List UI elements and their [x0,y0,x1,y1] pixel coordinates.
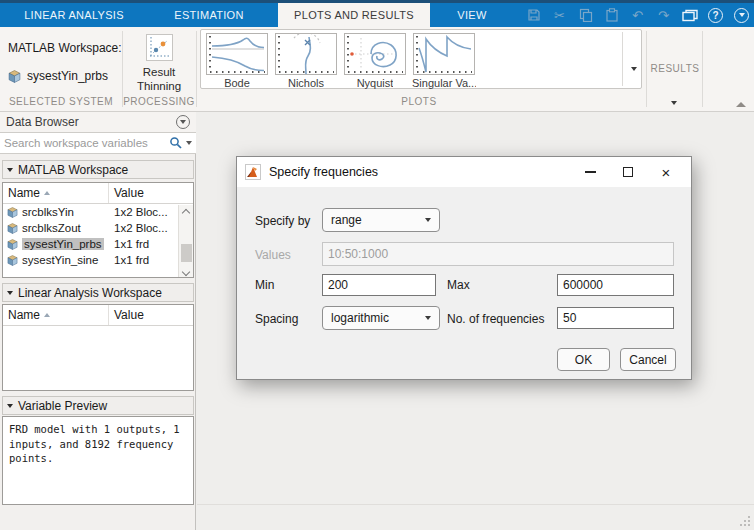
help-icon[interactable]: ? [707,7,724,24]
matlab-workspace-table: Name Value srcblksYin 1x2 Bloc... srcblk… [2,182,194,278]
column-header-value[interactable]: Value [109,186,144,200]
undo-icon[interactable]: ↶ [629,7,646,24]
linear-analysis-tool-window: LINEAR ANALYSIS ESTIMATION PLOTS AND RES… [0,0,754,530]
plot-item-nichols[interactable]: Nichols [273,33,339,89]
ok-button[interactable]: OK [557,348,610,371]
scroll-down-icon[interactable] [182,268,190,276]
variable-cube-icon [7,239,18,250]
results-dropdown-icon[interactable] [671,91,677,109]
tab-plots-and-results[interactable]: PLOTS AND RESULTS [278,3,430,27]
search-icon[interactable] [169,136,183,150]
selected-system-dropdown[interactable]: sysestYin_prbs [8,69,108,83]
plot-label: Bode [224,77,250,89]
section-title: Variable Preview [18,399,107,413]
chevron-down-icon [425,218,431,222]
plot-item-bode[interactable]: Bode [204,33,270,89]
status-divider [197,504,754,505]
result-thinning-icon [146,34,173,61]
max-label: Max [447,278,470,292]
values-field[interactable] [322,242,674,266]
scrollbar-thumb[interactable] [181,244,192,262]
toolstrip-ribbon: MATLAB Workspace: sysestYin_prbs SELECTE… [0,27,754,112]
dialog-titlebar[interactable]: Specify frequencies × [237,157,691,187]
close-button[interactable]: × [647,157,685,187]
tab-view[interactable]: VIEW [430,3,514,27]
scroll-up-icon[interactable] [182,209,190,217]
table-row[interactable]: srcblksYin 1x2 Bloc... [3,204,193,220]
section-title: MATLAB Workspace [18,163,128,177]
variable-value: 1x1 frd [109,254,149,266]
save-icon[interactable] [525,7,542,24]
max-field[interactable] [557,274,674,296]
matlab-workspace-section-header[interactable]: MATLAB Workspace [2,160,194,179]
spacing-value: logarithmic [331,311,389,325]
ribbon-separator [646,31,647,107]
table-header-row: Name Value [3,305,193,326]
data-browser-title: Data Browser [6,115,79,129]
plot-item-singular-values[interactable]: Singular Va... [411,33,477,89]
results-section[interactable]: RESULTS [648,27,702,111]
table-row[interactable]: srcblksZout 1x2 Bloc... [3,220,193,236]
table-row[interactable]: sysestYin_sine 1x1 frd [3,252,193,268]
minimize-button[interactable] [571,157,609,187]
specify-by-label: Specify by [255,214,310,228]
column-header-name[interactable]: Name [8,186,40,200]
gallery-divider [622,32,623,86]
bode-plot-icon [206,33,268,75]
num-frequencies-field[interactable] [557,307,674,329]
redo-icon[interactable]: ↷ [655,7,672,24]
nyquist-plot-icon [344,33,406,75]
table-header-row: Name Value [3,183,193,204]
tab-linear-analysis[interactable]: LINEAR ANALYSIS [8,3,140,27]
specify-frequencies-dialog: Specify frequencies × Specify by range V… [236,156,692,380]
copy-icon[interactable] [577,7,594,24]
spacing-label: Spacing [255,312,298,326]
variable-value: 1x2 Bloc... [109,206,168,218]
min-field[interactable] [322,274,436,296]
variable-preview-section-header[interactable]: Variable Preview [2,396,194,415]
variable-value: 1x2 Bloc... [109,222,168,234]
plot-item-nyquist[interactable]: Nyquist [342,33,408,89]
panel-menu-icon[interactable] [176,115,190,129]
ribbon-separator [702,31,703,107]
search-input[interactable] [4,137,169,149]
more-icon[interactable] [733,7,750,24]
column-header-value[interactable]: Value [109,308,144,322]
tab-estimation[interactable]: ESTIMATION [140,3,278,27]
dock-icon[interactable] [681,7,698,24]
section-label-processing: PROCESSING [122,96,196,107]
chevron-down-icon [425,316,431,320]
variable-name: sysestYin_sine [22,254,98,266]
plot-label: Nichols [288,77,324,89]
minimize-ribbon-button[interactable] [736,93,750,105]
search-options-icon[interactable] [186,141,192,145]
cut-icon[interactable]: ✂ [551,7,568,24]
specify-by-dropdown[interactable]: range [322,208,440,232]
variable-cube-icon [7,207,18,218]
matlab-workspace-label: MATLAB Workspace: [8,41,122,55]
linear-analysis-workspace-table: Name Value [2,304,194,391]
variable-cube-icon [7,223,18,234]
result-thinning-button[interactable]: Result Thinning [124,31,194,97]
collapse-ribbon-icon [736,102,746,107]
spacing-dropdown[interactable]: logarithmic [322,306,440,330]
section-label-selected-system: SELECTED SYSTEM [0,96,122,107]
paste-icon[interactable] [603,7,620,24]
maximize-button[interactable] [609,157,647,187]
gallery-expand-button[interactable] [631,57,637,75]
plot-label: Singular Va... [412,77,476,89]
column-header-name[interactable]: Name [8,308,40,322]
table-scrollbar[interactable] [178,205,193,277]
variable-preview-text: FRD model with 1 outputs, 1 inputs, and … [2,416,194,505]
dialog-title: Specify frequencies [269,165,378,179]
section-title: Linear Analysis Workspace [18,286,162,300]
table-row-selected[interactable]: sysestYin_prbs 1x1 frd [3,236,193,252]
plot-label: Nyquist [357,77,394,89]
collapse-section-icon [7,291,13,295]
variable-name: srcblksYin [22,206,74,218]
linear-analysis-workspace-section-header[interactable]: Linear Analysis Workspace [2,283,194,302]
result-thinning-label: Result Thinning [130,65,188,94]
cancel-button[interactable]: Cancel [620,348,676,371]
nichols-plot-icon [275,33,337,75]
resize-grip[interactable] [739,515,751,527]
